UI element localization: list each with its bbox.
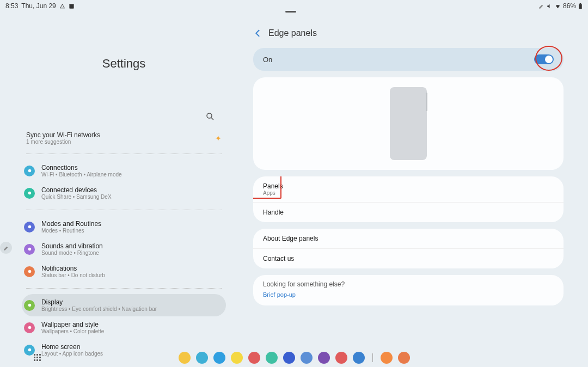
- setting-title: Home screen: [41, 343, 224, 351]
- divider: [26, 288, 222, 289]
- setting-title: Notifications: [41, 265, 224, 272]
- setting-sub: Wi-Fi • Bluetooth • Airplane mode: [41, 172, 224, 178]
- wifi-icon: [555, 3, 561, 9]
- setting-sub: Wallpapers • Color palette: [41, 328, 224, 334]
- dock-app-0[interactable]: [179, 352, 191, 364]
- edge-panels-toggle-row[interactable]: On: [253, 48, 564, 71]
- panel-preview: [390, 87, 427, 160]
- dock-app-1[interactable]: [196, 352, 208, 364]
- setting-sub: Modes • Routines: [41, 228, 224, 234]
- setting-icon: [24, 322, 35, 333]
- svg-rect-2: [580, 3, 581, 4]
- dock-app-8[interactable]: [318, 352, 330, 364]
- handle-item[interactable]: Handle: [253, 203, 564, 222]
- looking-title: Looking for something else?: [253, 275, 564, 290]
- edit-fab[interactable]: [0, 242, 12, 254]
- panels-handle-card: Panels Apps Handle: [253, 176, 564, 222]
- setting-title: Wallpaper and style: [41, 321, 224, 328]
- svg-rect-0: [69, 4, 74, 8]
- setting-icon: [24, 222, 35, 233]
- setting-icon: [24, 188, 35, 199]
- setting-title: Sounds and vibration: [41, 242, 224, 250]
- dock-app-5[interactable]: [266, 352, 278, 364]
- svg-point-7: [28, 225, 31, 229]
- setting-icon: [24, 166, 35, 176]
- dock: [0, 352, 588, 364]
- about-contact-card: About Edge panels Contact us: [253, 229, 564, 268]
- setting-sub: Quick Share • Samsung DeX: [41, 194, 224, 200]
- setting-icon: [24, 300, 35, 311]
- contact-item[interactable]: Contact us: [253, 249, 564, 268]
- sidebar-item-connections[interactable]: Connections Wi-Fi • Bluetooth • Airplane…: [22, 160, 226, 182]
- status-bar: 8:53 Thu, Jun 29 86%: [0, 0, 588, 12]
- search-icon[interactable]: [205, 112, 215, 121]
- dock-app-6[interactable]: [283, 352, 295, 364]
- mute-icon: [547, 3, 553, 9]
- setting-title: Display: [41, 298, 224, 306]
- detail-title: Edge panels: [268, 28, 317, 38]
- svg-point-12: [28, 348, 31, 352]
- svg-point-11: [28, 326, 31, 329]
- sidebar-item-wallpaper-and-style[interactable]: Wallpaper and style Wallpapers • Color p…: [22, 316, 226, 339]
- divider: [26, 154, 222, 154]
- settings-title: Settings: [22, 57, 226, 71]
- warning-icon: [59, 3, 65, 9]
- svg-point-3: [207, 113, 212, 118]
- dock-app-4[interactable]: [248, 352, 260, 364]
- sidebar-item-sounds-and-vibration[interactable]: Sounds and vibration Sound mode • Ringto…: [22, 238, 226, 260]
- suggestion-row[interactable]: Sync your Wi-Fi networks 1 more suggesti…: [22, 128, 226, 148]
- status-date: Thu, Jun 29: [21, 2, 56, 10]
- suggestion-sub: 1 more suggestion: [26, 139, 100, 145]
- dock-app-7[interactable]: [301, 352, 313, 364]
- battery-icon: [578, 3, 583, 9]
- sidebar-item-modes-and-routines[interactable]: Modes and Routines Modes • Routines: [22, 216, 226, 238]
- sidebar-item-notifications[interactable]: Notifications Status bar • Do not distur…: [22, 260, 226, 283]
- setting-icon: [24, 244, 35, 255]
- suggestion-title: Sync your Wi-Fi networks: [26, 131, 100, 139]
- setting-title: Connections: [41, 164, 224, 172]
- pen-icon: [538, 3, 544, 9]
- detail-panel: Edge panels On Panels Apps Handle: [248, 12, 588, 346]
- dock-app-9[interactable]: [335, 352, 347, 364]
- setting-sub: Status bar • Do not disturb: [41, 272, 224, 278]
- svg-line-4: [211, 118, 213, 120]
- toggle-switch[interactable]: [534, 54, 554, 64]
- about-item[interactable]: About Edge panels: [253, 229, 564, 249]
- dock-app-10[interactable]: [353, 352, 365, 364]
- image-icon: [69, 3, 75, 9]
- settings-sidebar: Settings Sync your Wi-Fi networks 1 more…: [0, 12, 248, 346]
- setting-title: Modes and Routines: [41, 220, 224, 228]
- panel-preview-card: [253, 77, 564, 170]
- looking-card: Looking for something else? Brief pop-up: [253, 275, 564, 305]
- toggle-label: On: [263, 56, 272, 64]
- battery-percent: 86%: [563, 2, 576, 10]
- panels-item[interactable]: Panels Apps: [253, 176, 564, 203]
- setting-sub: Brightness • Eye comfort shield • Naviga…: [41, 306, 224, 312]
- dock-app-12[interactable]: [398, 352, 410, 364]
- brief-popup-link[interactable]: Brief pop-up: [253, 290, 564, 305]
- dock-app-3[interactable]: [231, 352, 243, 364]
- status-time: 8:53: [5, 2, 18, 10]
- svg-point-5: [28, 169, 31, 173]
- dock-app-2[interactable]: [213, 352, 225, 364]
- svg-point-6: [28, 192, 31, 195]
- panel-preview-handle: [426, 93, 427, 111]
- back-button[interactable]: [253, 28, 263, 38]
- dock-divider: [372, 353, 373, 362]
- toggle-knob: [545, 56, 553, 63]
- camera-notch-indicator: [285, 11, 296, 13]
- sparkle-icon: ✦: [215, 134, 222, 143]
- svg-point-9: [28, 270, 31, 273]
- setting-icon: [24, 266, 35, 277]
- svg-rect-1: [579, 4, 582, 9]
- svg-point-10: [28, 304, 31, 307]
- sidebar-item-connected-devices[interactable]: Connected devices Quick Share • Samsung …: [22, 182, 226, 204]
- svg-point-8: [28, 248, 31, 251]
- setting-sub: Sound mode • Ringtone: [41, 250, 224, 256]
- divider: [26, 210, 222, 210]
- sidebar-item-display[interactable]: Display Brightness • Eye comfort shield …: [22, 294, 226, 316]
- setting-title: Connected devices: [41, 186, 224, 194]
- dock-app-11[interactable]: [381, 352, 393, 364]
